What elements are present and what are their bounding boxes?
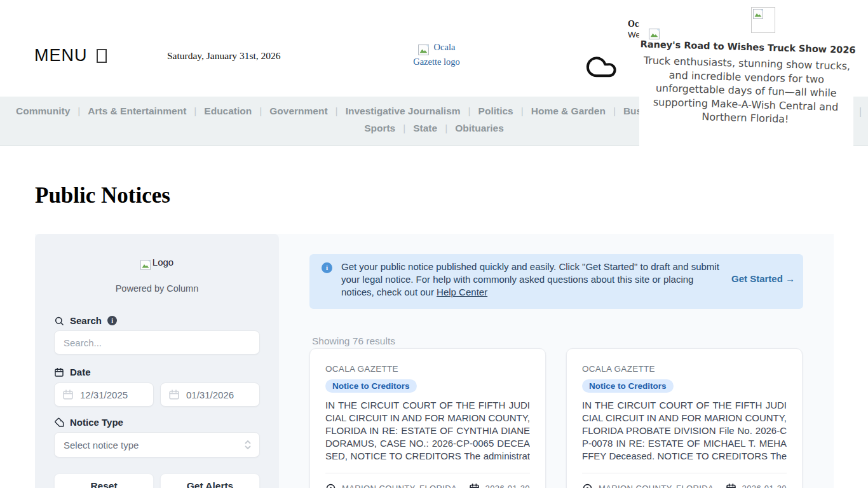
nav-item-home-garden[interactable]: Home & Garden [513, 105, 606, 117]
date-from-input[interactable] [80, 390, 146, 400]
notice-card[interactable]: OCALA GAZETTE Notice to Creditors IN THE… [566, 348, 803, 488]
cloud-weather-icon [583, 52, 620, 79]
nav-item-investigative-journalism[interactable]: Investigative Journalism [328, 105, 461, 117]
publisher-name: OCALA GAZETTE [582, 364, 787, 374]
powered-by-column: Powered by Column [35, 283, 279, 294]
help-center-link[interactable]: Help Center [437, 287, 487, 297]
nav-item-sports[interactable]: Sports [364, 123, 395, 134]
search-label: Search i [54, 315, 117, 326]
notice-cards: OCALA GAZETTE Notice to Creditors IN THE… [309, 348, 803, 488]
logo-alt-text: Logo [153, 257, 173, 268]
tag-icon [54, 417, 64, 428]
date-to-field[interactable] [160, 383, 260, 407]
ad-text: Raney's Road to Wishes Truck Show 2026 T… [638, 39, 855, 128]
notice-type-badge: Notice to Creditors [582, 379, 674, 393]
calendar-icon [54, 367, 64, 377]
calendar-icon [168, 389, 180, 400]
chevron-up-down-icon [244, 439, 252, 451]
calendar-icon [726, 483, 736, 488]
get-alerts-button[interactable]: Get Alerts [160, 473, 260, 488]
date-label: Date [54, 367, 91, 377]
notice-excerpt: IN THE CIRCUIT COURT OF THE FIFTH JUDICI… [582, 399, 787, 463]
search-icon [54, 316, 64, 326]
nav-item-state[interactable]: State [395, 123, 437, 134]
menu-label: MENU [34, 46, 88, 65]
reset-button[interactable]: Reset [54, 473, 154, 488]
date-from-field[interactable] [54, 383, 154, 407]
site-logo-link[interactable]: Ocala Gazette logo [405, 41, 468, 68]
public-notices-app: Logo Powered by Column Search i Date [35, 234, 834, 488]
notice-location: MARION COUNTY, FLORIDA [582, 483, 714, 488]
notice-date: 2026-01-30 [469, 483, 531, 488]
notice-location: MARION COUNTY, FLORIDA [325, 483, 457, 488]
broken-image-icon [140, 259, 151, 270]
menu-button[interactable]: MENU [34, 46, 107, 65]
ad-image-placeholder [751, 7, 775, 33]
location-pin-icon [325, 483, 336, 488]
notice-card[interactable]: OCALA GAZETTE Notice to Creditors IN THE… [309, 348, 546, 488]
search-input[interactable] [54, 330, 260, 355]
date-to-input[interactable] [186, 390, 252, 400]
notice-date: 2026-01-30 [726, 483, 787, 488]
column-logo: Logo [35, 257, 279, 270]
info-icon: i [322, 262, 332, 273]
header-date: Saturday, January 31st, 2026 [167, 50, 281, 62]
nav-item-arts-entertainment[interactable]: Arts & Entertainment [70, 105, 186, 117]
results-summary: Showing 76 results [312, 336, 395, 347]
page-title: Public Notices [35, 183, 170, 208]
divider [325, 473, 530, 473]
nav-item-government[interactable]: Government [252, 105, 327, 117]
nav-separator: | [859, 106, 862, 118]
page: MENU Saturday, January 31st, 2026 Ocala … [0, 0, 868, 488]
publisher-name: OCALA GAZETTE [325, 364, 530, 374]
advertisement[interactable]: Raney's Road to Wishes Truck Show 2026 T… [639, 0, 853, 146]
notice-excerpt: IN THE CIRCUIT COURT OF THE FIFTH JUDICI… [325, 399, 530, 463]
nav-item-obituaries[interactable]: Obituaries [437, 123, 504, 134]
notice-type-select[interactable]: Select notice type [54, 432, 260, 458]
nav-item-politics[interactable]: Politics [461, 105, 513, 117]
nav-item-education[interactable]: Education [186, 105, 252, 117]
sidebar-buttons: Reset Get Alerts [54, 473, 260, 488]
banner-text: Get your public notice published quickly… [341, 261, 720, 299]
search-info-icon[interactable]: i [107, 316, 117, 325]
filters-sidebar: Logo Powered by Column Search i Date [35, 234, 279, 488]
calendar-icon [469, 483, 480, 488]
divider [582, 473, 787, 473]
get-started-button[interactable]: Get Started → [731, 273, 795, 284]
location-pin-icon [582, 483, 593, 488]
ad-title: Raney's Road to Wishes Truck Show 2026 [640, 39, 854, 55]
nav-item-community[interactable]: Community [16, 105, 70, 117]
calendar-icon [62, 389, 74, 400]
date-range-row [54, 383, 260, 407]
card-footer: MARION COUNTY, FLORIDA 2026-01-30 [325, 483, 530, 488]
broken-image-icon [649, 29, 660, 39]
ad-body: Truck enthusiasts, stunning show trucks,… [638, 53, 854, 128]
notice-type-placeholder: Select notice type [64, 440, 139, 451]
broken-image-icon [97, 49, 107, 63]
broken-image-icon [418, 43, 429, 55]
info-banner: i Get your public notice published quick… [309, 254, 803, 309]
card-footer: MARION COUNTY, FLORIDA 2026-01-30 [582, 483, 787, 488]
notice-type-label: Notice Type [54, 417, 123, 428]
notice-type-badge: Notice to Creditors [325, 379, 417, 393]
